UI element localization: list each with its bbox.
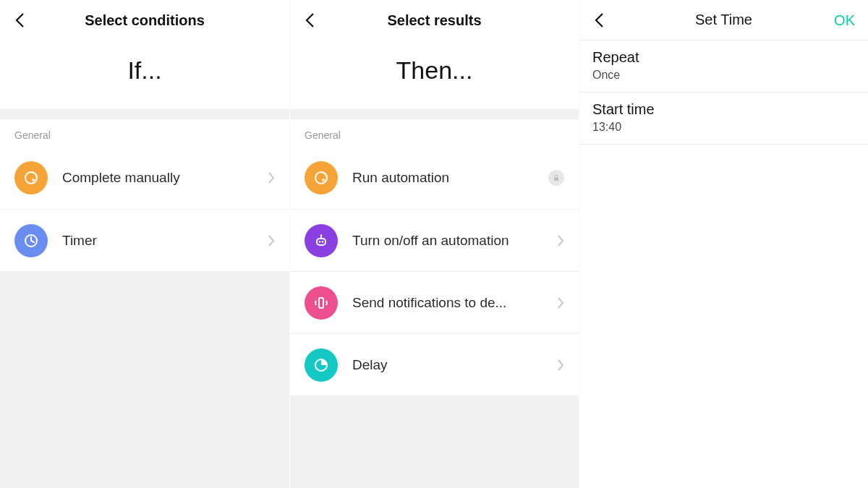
- chevron-right-icon: [557, 234, 564, 247]
- back-button[interactable]: [10, 8, 30, 33]
- pane-select-results: Select results Then... General Run autom…: [289, 0, 579, 488]
- section-label: General: [0, 119, 289, 147]
- svg-rect-5: [554, 178, 558, 181]
- list-item-delay[interactable]: Delay: [290, 333, 579, 395]
- list-item-label: Complete manually: [62, 170, 268, 186]
- list-item-toggle-automation[interactable]: Turn on/off an automation: [290, 209, 579, 271]
- cursor-click-icon: [305, 161, 338, 194]
- svg-point-8: [322, 241, 324, 243]
- header-title: Select conditions: [85, 12, 205, 29]
- page-heading: Then...: [290, 40, 579, 109]
- setting-row-start-time[interactable]: Start time 13:40: [579, 93, 868, 145]
- list-item-label: Turn on/off an automation: [352, 233, 557, 249]
- svg-rect-6: [317, 239, 326, 245]
- empty-area: [579, 145, 868, 488]
- list-item-timer[interactable]: Timer: [0, 209, 289, 271]
- list-item-label: Run automation: [352, 170, 548, 186]
- list-item-label: Timer: [62, 233, 268, 249]
- header-title: Set Time: [695, 12, 752, 28]
- lock-icon: [548, 170, 564, 186]
- ok-button[interactable]: OK: [834, 12, 855, 28]
- section-gap: [0, 109, 289, 119]
- setting-row-repeat[interactable]: Repeat Once: [579, 40, 868, 93]
- section-label: General: [290, 119, 579, 147]
- chevron-left-icon: [305, 12, 316, 28]
- list-item-run-automation[interactable]: Run automation: [290, 147, 579, 209]
- chevron-left-icon: [14, 12, 26, 28]
- pane-select-conditions: Select conditions If... General Complete…: [0, 0, 289, 488]
- pane-set-time: Set Time OK Repeat Once Start time 13:40: [579, 0, 868, 488]
- cursor-click-icon: [14, 161, 48, 194]
- chevron-right-icon: [557, 359, 564, 372]
- header: Select conditions: [0, 0, 289, 40]
- back-button[interactable]: [590, 8, 610, 33]
- empty-area: [0, 271, 289, 488]
- setting-value: Once: [592, 69, 855, 82]
- page-heading: If...: [0, 40, 289, 109]
- list-item-label: Send notifications to de...: [352, 295, 557, 311]
- header: Set Time OK: [579, 0, 868, 40]
- delay-icon: [305, 348, 338, 382]
- list-item-send-notifications[interactable]: Send notifications to de...: [290, 271, 579, 333]
- setting-value: 13:40: [592, 121, 855, 134]
- empty-area: [290, 395, 579, 488]
- phone-vibrate-icon: [305, 286, 338, 320]
- svg-rect-11: [319, 298, 323, 308]
- chevron-right-icon: [268, 171, 275, 184]
- clock-icon: [14, 224, 48, 257]
- header: Select results: [290, 0, 579, 40]
- setting-title: Start time: [592, 101, 855, 118]
- list-item-complete-manually[interactable]: Complete manually: [0, 147, 289, 209]
- chevron-right-icon: [268, 234, 275, 247]
- chevron-right-icon: [557, 296, 564, 309]
- svg-point-10: [320, 234, 322, 236]
- back-button[interactable]: [300, 8, 320, 33]
- setting-title: Repeat: [592, 49, 855, 66]
- header-title: Select results: [387, 12, 481, 29]
- section-gap: [290, 109, 579, 119]
- chevron-left-icon: [594, 12, 605, 28]
- list-item-label: Delay: [352, 357, 557, 373]
- svg-point-7: [319, 241, 321, 243]
- robot-icon: [305, 224, 338, 257]
